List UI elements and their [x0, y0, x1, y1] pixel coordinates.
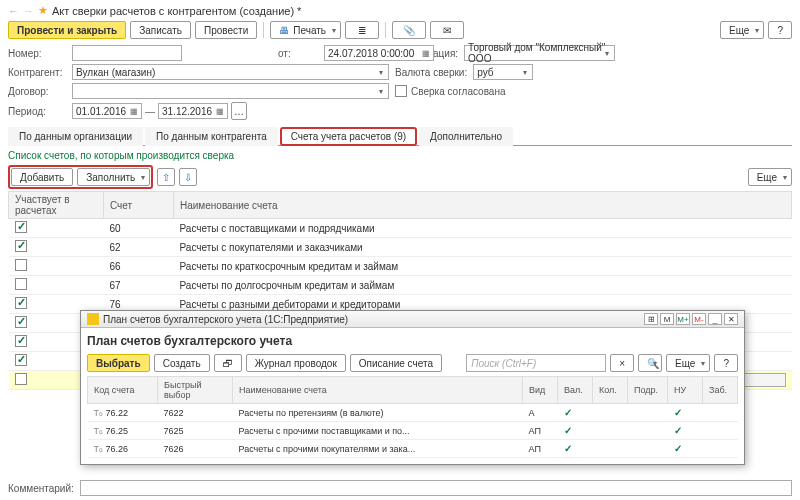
- tabs: По данным организации По данным контраге…: [8, 126, 792, 146]
- popup-create-button[interactable]: Создать: [154, 354, 210, 372]
- attach-button[interactable]: 📎: [392, 21, 426, 39]
- row-name: Расчеты с покупателями и заказчиками: [174, 238, 792, 257]
- date-input[interactable]: 24.07.2018 0:00:00▦: [324, 45, 434, 61]
- period-to-input[interactable]: 31.12.2016▦: [158, 103, 228, 119]
- date-label: от:: [278, 48, 318, 59]
- email-button[interactable]: ✉: [430, 21, 464, 39]
- table-row: 62 Расчеты с покупателями и заказчиками: [9, 238, 792, 257]
- paperclip-icon: 📎: [401, 22, 417, 38]
- help-button[interactable]: ?: [768, 21, 792, 39]
- popup-mminus-button[interactable]: M-: [692, 313, 706, 325]
- number-input[interactable]: [72, 45, 182, 61]
- popup-titlebar-text: План счетов бухгалтерского учета (1С:Пре…: [103, 314, 348, 325]
- popup-help-button[interactable]: ?: [714, 354, 738, 372]
- more-button[interactable]: Еще: [720, 21, 764, 39]
- fwd-icon[interactable]: →: [23, 5, 34, 17]
- row-code: 66: [104, 257, 174, 276]
- popup-close-button[interactable]: ✕: [724, 313, 738, 325]
- contract-input[interactable]: ▾: [72, 83, 389, 99]
- popup-search-input[interactable]: Поиск (Ctrl+F): [466, 354, 606, 372]
- row-checkbox[interactable]: [15, 240, 27, 252]
- row-name: Расчеты с поставщиками и подрядчиками: [174, 219, 792, 238]
- row-checkbox[interactable]: [15, 335, 27, 347]
- row-code: 62: [104, 238, 174, 257]
- calendar-icon[interactable]: ▦: [128, 104, 140, 118]
- row-code: 60: [104, 219, 174, 238]
- tree-icon: T₀: [94, 426, 104, 436]
- app-icon: [87, 313, 99, 325]
- magnifier-icon: 🔍: [647, 358, 659, 369]
- popup-select-button[interactable]: Выбрать: [87, 354, 150, 372]
- row-checkbox[interactable]: [15, 221, 27, 233]
- move-down-button[interactable]: ⇩: [179, 168, 197, 186]
- row-checkbox[interactable]: [15, 316, 27, 328]
- popup-row: T₀ 76.25 7625 Расчеты с прочими поставщи…: [88, 422, 738, 440]
- tab-org[interactable]: По данным организации: [8, 127, 143, 146]
- period-picker-button[interactable]: …: [231, 102, 247, 120]
- contractor-input[interactable]: Вулкан (магазин)▾: [72, 64, 389, 80]
- contractor-label: Контрагент:: [8, 67, 66, 78]
- add-button[interactable]: Добавить: [11, 168, 73, 186]
- tree-icon: T₀: [94, 444, 104, 454]
- row-checkbox[interactable]: [15, 259, 27, 271]
- report-button[interactable]: ≣: [345, 21, 379, 39]
- popup-calc-button[interactable]: ⊞: [644, 313, 658, 325]
- period-label: Период:: [8, 106, 66, 117]
- popup-m-button[interactable]: M: [660, 313, 674, 325]
- write-button[interactable]: Записать: [130, 21, 191, 39]
- popup-find-button[interactable]: 🔍: [638, 354, 662, 372]
- popup-title: План счетов бухгалтерского учета: [87, 334, 738, 348]
- tab-accounts[interactable]: Счета учета расчетов (9): [280, 127, 417, 146]
- agreed-checkbox[interactable]: [395, 85, 407, 97]
- window-title: Акт сверки расчетов с контрагентом (созд…: [52, 5, 301, 17]
- comment-label: Комментарий:: [8, 483, 74, 494]
- popup-row: T₀ 76.22 7622 Расчеты по претензиям (в в…: [88, 404, 738, 422]
- calendar-icon[interactable]: ▦: [214, 104, 226, 118]
- back-icon[interactable]: ←: [8, 5, 19, 17]
- table-row: 66 Расчеты по краткосрочным кредитам и з…: [9, 257, 792, 276]
- table-row: 60 Расчеты с поставщиками и подрядчиками: [9, 219, 792, 238]
- popup-journal-button[interactable]: Журнал проводок: [246, 354, 346, 372]
- contract-label: Договор:: [8, 86, 66, 97]
- print-button[interactable]: 🖶Печать: [270, 21, 341, 39]
- org-input[interactable]: Торговый дом "Комплексный" ООО▾: [464, 45, 615, 61]
- popup-row: T₀ 76.26 7626 Расчеты с прочими покупате…: [88, 440, 738, 458]
- col-account[interactable]: Счет: [104, 192, 174, 219]
- row-checkbox[interactable]: [15, 373, 27, 385]
- star-icon: ★: [38, 4, 48, 17]
- row-checkbox[interactable]: [15, 278, 27, 290]
- period-from-input[interactable]: 01.01.2016▦: [72, 103, 142, 119]
- chart-of-accounts-popup: План счетов бухгалтерского учета (1С:Пре…: [80, 310, 745, 465]
- col-participates[interactable]: Участвует в расчетах: [9, 192, 104, 219]
- print-icon: 🖶: [279, 25, 289, 36]
- sub-more-button[interactable]: Еще: [748, 168, 792, 186]
- row-checkbox[interactable]: [15, 297, 27, 309]
- fill-button[interactable]: Заполнить: [77, 168, 150, 186]
- currency-input[interactable]: руб▾: [473, 64, 533, 80]
- post-button[interactable]: Провести: [195, 21, 257, 39]
- popup-search-button[interactable]: 🗗: [214, 354, 242, 372]
- popup-min-button[interactable]: _: [708, 313, 722, 325]
- main-toolbar: Провести и закрыть Записать Провести 🖶Пе…: [8, 21, 792, 39]
- tree-icon: T₀: [94, 408, 104, 418]
- move-up-button[interactable]: ⇧: [157, 168, 175, 186]
- popup-table: Код счета Быстрый выбор Наименование сче…: [87, 376, 738, 458]
- agreed-label: Сверка согласована: [411, 86, 506, 97]
- popup-more-button[interactable]: Еще: [666, 354, 710, 372]
- calendar-icon[interactable]: ▦: [420, 46, 432, 60]
- popup-mplus-button[interactable]: M+: [676, 313, 690, 325]
- col-name[interactable]: Наименование счета: [174, 192, 792, 219]
- mail-icon: ✉: [439, 22, 455, 38]
- save-close-button[interactable]: Провести и закрыть: [8, 21, 126, 39]
- row-name: Расчеты по долгосрочным кредитам и займа…: [174, 276, 792, 295]
- tab-additional[interactable]: Дополнительно: [419, 127, 513, 146]
- row-code: 67: [104, 276, 174, 295]
- currency-label: Валюта сверки:: [395, 67, 467, 78]
- popup-desc-button[interactable]: Описание счета: [350, 354, 442, 372]
- popup-clear-search-button[interactable]: ×: [610, 354, 634, 372]
- comment-input[interactable]: [80, 480, 792, 496]
- row-checkbox[interactable]: [15, 354, 27, 366]
- section-title: Список счетов, по которым производится с…: [8, 150, 792, 161]
- tab-contragent[interactable]: По данным контрагента: [145, 127, 278, 146]
- list-icon: ≣: [354, 22, 370, 38]
